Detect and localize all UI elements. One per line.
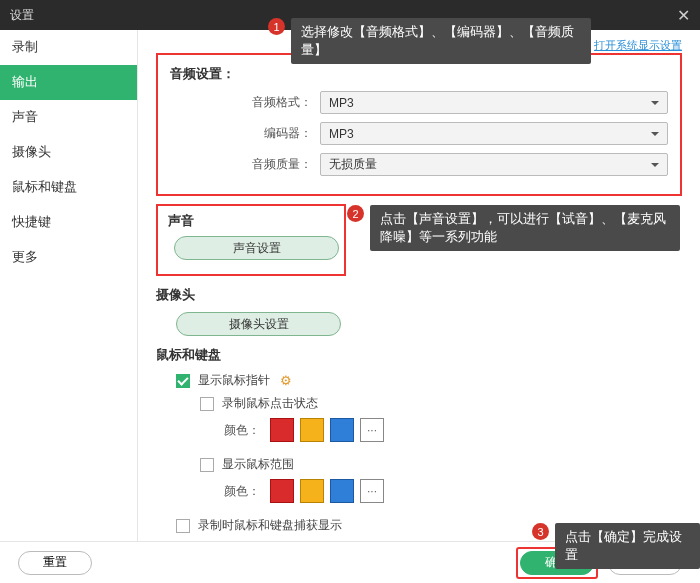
record-mk-capture-label: 录制时鼠标和键盘捕获显示: [198, 517, 342, 534]
audio-section-title: 音频设置：: [170, 65, 668, 83]
sidebar-item-record[interactable]: 录制: [0, 30, 137, 65]
sidebar-item-output[interactable]: 输出: [0, 65, 137, 100]
click-color-label: 颜色：: [224, 422, 260, 439]
gear-icon[interactable]: ⚙: [280, 373, 292, 388]
camera-section: 摄像头 摄像头设置: [156, 286, 682, 336]
callout-1-badge: 1: [268, 18, 285, 35]
audio-encoder-label: 编码器：: [170, 125, 320, 142]
camera-settings-button[interactable]: 摄像头设置: [176, 312, 341, 336]
sidebar: 录制 输出 声音 摄像头 鼠标和键盘 快捷键 更多: [0, 30, 138, 541]
callout-3-text: 点击【确定】完成设置: [555, 523, 700, 569]
range-color-red[interactable]: [270, 479, 294, 503]
body: 录制 输出 声音 摄像头 鼠标和键盘 快捷键 更多 打开系统显示设置 音频设置：…: [0, 30, 700, 541]
click-color-red[interactable]: [270, 418, 294, 442]
audio-encoder-select[interactable]: MP3: [320, 122, 668, 145]
mk-section-title: 鼠标和键盘: [156, 346, 682, 364]
callout-2-badge: 2: [347, 205, 364, 222]
click-color-orange[interactable]: [300, 418, 324, 442]
range-color-orange[interactable]: [300, 479, 324, 503]
audio-format-select[interactable]: MP3: [320, 91, 668, 114]
mouse-keyboard-section: 鼠标和键盘 显示鼠标指针 ⚙ 录制鼠标点击状态 颜色：: [156, 346, 682, 534]
show-range-label: 显示鼠标范围: [222, 456, 294, 473]
range-color-blue[interactable]: [330, 479, 354, 503]
show-cursor-checkbox[interactable]: [176, 374, 190, 388]
reset-button[interactable]: 重置: [18, 551, 92, 575]
sidebar-item-sound[interactable]: 声音: [0, 100, 137, 135]
click-color-more[interactable]: ···: [360, 418, 384, 442]
sidebar-item-hotkeys[interactable]: 快捷键: [0, 205, 137, 240]
record-mk-capture-checkbox[interactable]: [176, 519, 190, 533]
range-color-more[interactable]: ···: [360, 479, 384, 503]
show-cursor-label: 显示鼠标指针: [198, 372, 270, 389]
callout-3-badge: 3: [532, 523, 549, 540]
callout-3: 3 点击【确定】完成设置: [532, 523, 700, 569]
callout-1: 1 选择修改【音频格式】、【编码器】、【音频质量】: [268, 18, 591, 64]
audio-settings-box: 音频设置： 音频格式： MP3 编码器： MP3 音频质量： 无损质量: [156, 53, 682, 196]
content: 打开系统显示设置 音频设置： 音频格式： MP3 编码器： MP3 音频质量： …: [138, 30, 700, 541]
close-icon[interactable]: ✕: [677, 6, 690, 25]
sound-section-title: 声音: [168, 212, 334, 230]
sidebar-item-more[interactable]: 更多: [0, 240, 137, 275]
callout-2-text: 点击【声音设置】，可以进行【试音】、【麦克风降噪】等一系列功能: [370, 205, 680, 251]
click-color-blue[interactable]: [330, 418, 354, 442]
show-range-checkbox[interactable]: [200, 458, 214, 472]
sound-settings-button[interactable]: 声音设置: [174, 236, 339, 260]
audio-format-label: 音频格式：: [170, 94, 320, 111]
sound-section-box: 声音 声音设置: [156, 204, 346, 276]
range-color-label: 颜色：: [224, 483, 260, 500]
audio-quality-label: 音频质量：: [170, 156, 320, 173]
record-click-checkbox[interactable]: [200, 397, 214, 411]
sidebar-item-camera[interactable]: 摄像头: [0, 135, 137, 170]
camera-section-title: 摄像头: [156, 286, 682, 304]
record-click-label: 录制鼠标点击状态: [222, 395, 318, 412]
audio-quality-select[interactable]: 无损质量: [320, 153, 668, 176]
settings-window: 设置 ✕ 录制 输出 声音 摄像头 鼠标和键盘 快捷键 更多 打开系统显示设置 …: [0, 0, 700, 583]
callout-1-text: 选择修改【音频格式】、【编码器】、【音频质量】: [291, 18, 591, 64]
callout-2: 2 点击【声音设置】，可以进行【试音】、【麦克风降噪】等一系列功能: [347, 205, 680, 251]
sidebar-item-mouse-keyboard[interactable]: 鼠标和键盘: [0, 170, 137, 205]
